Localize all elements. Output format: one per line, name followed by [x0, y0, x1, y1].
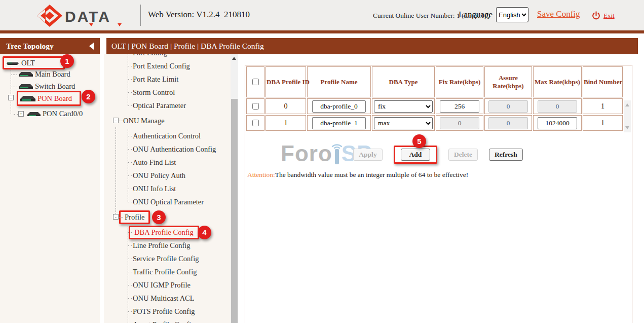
power-icon — [592, 11, 600, 20]
nav-item-label: ONU Policy Auth — [133, 171, 185, 180]
step-badge-2: 2 — [82, 90, 95, 103]
nav-item-label: DBA Profile Config — [134, 228, 194, 237]
tree-panel-title: Tree Topology — [6, 42, 54, 50]
nav-item-label: Auto Find List — [133, 158, 176, 167]
row-checkbox[interactable] — [252, 120, 259, 126]
nav-item-port-config[interactable]: Port Config — [104, 54, 231, 59]
header-divider — [140, 5, 141, 26]
scroll-up-arrow[interactable] — [231, 54, 238, 62]
nav-item-onu-policy-auth[interactable]: ONU Policy Auth — [104, 169, 231, 182]
logo-accent — [118, 23, 122, 26]
tree-topology-panel: Tree Topology OLT 1 — [0, 38, 100, 323]
tree-panel-header: Tree Topology — [0, 38, 100, 54]
cdata-diamond-icon — [36, 4, 63, 27]
select-all-checkbox[interactable] — [252, 79, 259, 85]
profile-name-input[interactable] — [312, 100, 366, 113]
nav-expander[interactable]: - — [113, 214, 119, 220]
nav-item-dba-profile-config[interactable]: DBA Profile Config 4 — [104, 226, 231, 239]
nav-item-label: Service Profile Config — [133, 255, 199, 263]
web-version-text: Web Version: V1.2.4_210810 — [148, 10, 250, 20]
table-scrollbar[interactable] — [624, 100, 631, 132]
nav-item-authentication-control[interactable]: Authentication Control — [104, 129, 231, 142]
tree-connector — [11, 99, 11, 114]
nav-item-port-extend-config[interactable]: Port Extend Config — [104, 59, 231, 73]
nav-item-auto-find-list[interactable]: Auto Find List — [104, 156, 231, 169]
tree-node-label: PON Card0/0 — [43, 110, 83, 118]
nav-item-onu-info-list[interactable]: ONU Info List — [104, 182, 231, 195]
col-bind-number: Bind Number — [583, 66, 623, 97]
card-device-icon — [27, 111, 41, 117]
refresh-button[interactable]: Refresh — [489, 149, 523, 161]
nav-item-label: Port Config — [133, 54, 167, 57]
fix-rate-input[interactable] — [440, 100, 479, 113]
select-all-cell — [246, 66, 264, 97]
col-fix-rate: Fix Rate(kbps) — [436, 66, 483, 97]
nav-item-label: ONU Info List — [133, 185, 176, 193]
nav-scrollbar[interactable] — [231, 54, 238, 323]
action-button-row: Apply Add Delete Refresh — [245, 146, 632, 164]
row-checkbox[interactable] — [252, 103, 259, 110]
max-rate-input[interactable] — [538, 117, 577, 129]
fix-rate-input — [440, 117, 479, 129]
olt-web-ui: DATA Web Version: V1.2.4_210810 Current … — [0, 0, 644, 323]
nav-item-storm-control[interactable]: Storm Control — [104, 86, 231, 99]
annotation-box-2: PON Board — [17, 91, 81, 106]
nav-item-service-profile-config[interactable]: Service Profile Config — [104, 252, 231, 265]
table-row: 0 fix 1 — [246, 98, 623, 114]
collapse-panel-icon[interactable] — [89, 43, 94, 50]
nav-item-line-profile-config[interactable]: Line Profile Config — [104, 239, 231, 252]
tree-node-label: Main Board — [35, 70, 70, 79]
board-device-icon — [18, 71, 33, 78]
dba-profile-id-value: 1 — [266, 115, 306, 131]
nav-group-onu-manage[interactable]: - ONU Manage — [104, 114, 231, 127]
nav-item-port-rate-limit[interactable]: Port Rate Limit — [104, 73, 231, 86]
language-select[interactable]: English — [496, 7, 528, 22]
tree-node-label: OLT — [21, 59, 35, 67]
nav-item-optical-parameter[interactable]: Optical Parameter — [104, 99, 231, 112]
nav-item-label: Port Extend Config — [133, 62, 190, 70]
table-row: 1 max 1 — [246, 115, 623, 131]
tree-expander-pon-board[interactable]: - — [8, 95, 14, 100]
step-badge-1: 1 — [60, 54, 74, 68]
olt-device-icon — [6, 60, 20, 65]
tree-node-pon-board[interactable]: PON Board 2 — [17, 91, 81, 106]
nav-item-label: Port Rate Limit — [133, 75, 178, 84]
assure-rate-input — [488, 117, 528, 129]
tree-expander-pon-card[interactable]: + — [18, 111, 24, 117]
scroll-up-arrow[interactable] — [625, 103, 629, 106]
save-config-link[interactable]: Save Config — [537, 9, 580, 19]
nav-item-label: ONU Manage — [123, 117, 165, 125]
table-header-row: DBA Profile ID Profile Name DBA Type Fix… — [246, 66, 623, 97]
nav-expander[interactable]: - — [113, 118, 119, 123]
nav-item-pots-profile-config[interactable]: POTS Profile Config — [104, 305, 231, 318]
nav-item-onu-authentication-config[interactable]: ONU Authentication Config — [104, 142, 231, 156]
tree-connector — [11, 87, 17, 87]
nav-item-label: POTS Profile Config — [133, 307, 195, 316]
nav-item-onu-optical-parameter[interactable]: ONU Optical Parameter — [104, 195, 231, 208]
scrollbar-thumb[interactable] — [231, 99, 238, 323]
tree-node-pon-card[interactable]: PON Card0/0 — [27, 110, 83, 118]
exit-button[interactable]: Exit — [592, 11, 615, 20]
nav-item-onu-multicast-acl[interactable]: ONU Multicast ACL — [104, 292, 231, 305]
attention-note: Attention:The bandwidth value must be an… — [247, 171, 468, 179]
dba-type-select[interactable]: fix — [374, 100, 433, 113]
dba-type-select[interactable]: max — [374, 117, 433, 129]
dba-profile-id-value: 0 — [266, 98, 306, 114]
header: DATA Web Version: V1.2.4_210810 Current … — [0, 0, 644, 30]
cdata-logo: DATA — [36, 4, 111, 27]
nav-group-profile[interactable]: - Profile 3 — [104, 210, 231, 224]
profile-name-input[interactable] — [312, 117, 366, 129]
col-assure-rate: Assure Rate(kbps) — [484, 66, 532, 97]
scroll-down-arrow[interactable] — [625, 126, 629, 129]
nav-item-traffic-profile-config[interactable]: Traffic Profile Config — [104, 265, 231, 278]
nav-item-agent-profile-config[interactable]: Agent Profile Config — [104, 318, 231, 323]
tree-node-switch-board[interactable]: Switch Board — [18, 82, 75, 91]
assure-rate-input — [488, 100, 528, 113]
dba-profile-table: DBA Profile ID Profile Name DBA Type Fix… — [245, 65, 624, 132]
header-accent-bar — [0, 30, 644, 33]
nav-item-onu-igmp-profile[interactable]: ONU IGMP Profile — [104, 278, 231, 292]
tree-node-main-board[interactable]: Main Board — [18, 70, 70, 79]
tree-node-olt[interactable]: OLT 1 — [3, 56, 65, 69]
add-button[interactable]: Add — [401, 149, 430, 161]
annotation-box-5: Add — [394, 146, 437, 164]
